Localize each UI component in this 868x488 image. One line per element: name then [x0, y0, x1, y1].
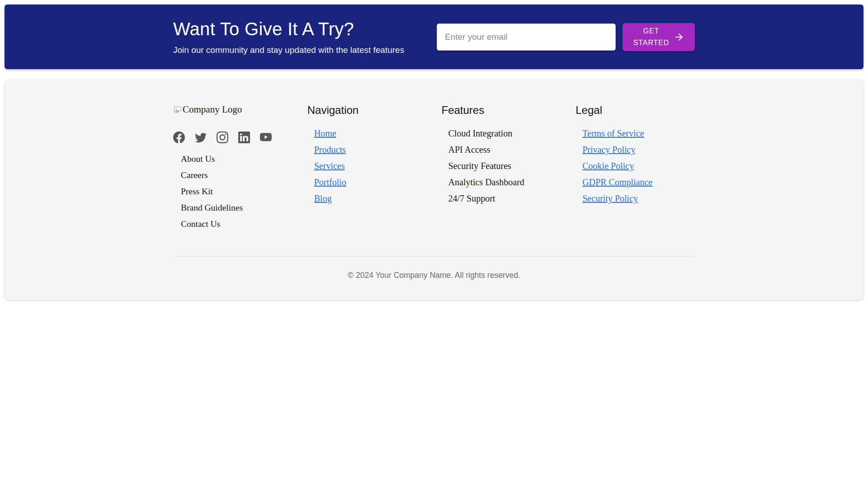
- list-item: Portfolio: [314, 177, 427, 188]
- feature-security-features: Security Features: [448, 161, 561, 171]
- features-column-title: Features: [442, 104, 561, 117]
- instagram-icon: [217, 131, 228, 143]
- broken-image-icon: [173, 105, 182, 114]
- cookie-policy-link[interactable]: Cookie Policy: [582, 161, 634, 171]
- company-column: Company Logo: [173, 104, 292, 235]
- list-item: Press Kit: [181, 187, 292, 197]
- blog-link[interactable]: Blog: [314, 193, 332, 203]
- list-item: Blog: [314, 193, 427, 204]
- list-item: Home: [314, 128, 427, 139]
- footer-content: Company Logo: [173, 80, 695, 300]
- feature-support: 24/7 Support: [448, 193, 561, 204]
- company-links-list: About Us Careers Press Kit Brand Guideli…: [173, 154, 292, 229]
- list-item: Products: [314, 145, 427, 155]
- twitter-icon: [195, 131, 207, 143]
- legal-links-list: Terms of Service Privacy Policy Cookie P…: [576, 128, 695, 204]
- careers-link[interactable]: Careers: [181, 170, 208, 180]
- terms-of-service-link[interactable]: Terms of Service: [582, 128, 644, 138]
- facebook-icon: [173, 131, 185, 143]
- cta-title: Want To Give It A Try?: [173, 19, 404, 39]
- feature-cloud-integration: Cloud Integration: [448, 128, 561, 139]
- footer-columns: Company Logo: [173, 104, 695, 235]
- products-link[interactable]: Products: [314, 145, 346, 155]
- list-item: Cookie Policy: [582, 161, 695, 171]
- instagram-link[interactable]: [217, 131, 228, 143]
- cta-text-block: Want To Give It A Try? Join our communit…: [173, 19, 404, 55]
- feature-api-access: API Access: [448, 145, 561, 155]
- list-item: Careers: [181, 170, 292, 180]
- company-logo-alt-text: Company Logo: [183, 104, 242, 115]
- twitter-link[interactable]: [195, 131, 207, 143]
- navigation-column: Navigation Home Products Services Portfo…: [307, 104, 427, 235]
- linkedin-link[interactable]: [238, 131, 250, 143]
- list-item: About Us: [181, 154, 292, 164]
- navigation-links-list: Home Products Services Portfolio Blog: [307, 128, 427, 204]
- arrow-right-icon: [674, 32, 684, 42]
- contact-us-link[interactable]: Contact Us: [181, 219, 220, 229]
- social-links: [173, 131, 292, 143]
- services-link[interactable]: Services: [314, 161, 345, 171]
- about-us-link[interactable]: About Us: [181, 154, 215, 164]
- home-link[interactable]: Home: [314, 128, 336, 138]
- press-kit-link[interactable]: Press Kit: [181, 187, 213, 196]
- legal-column: Legal Terms of Service Privacy Policy Co…: [576, 104, 695, 235]
- list-item: Contact Us: [181, 219, 292, 229]
- portfolio-link[interactable]: Portfolio: [314, 177, 346, 187]
- navigation-column-title: Navigation: [307, 104, 427, 117]
- security-policy-link[interactable]: Security Policy: [582, 193, 638, 203]
- facebook-link[interactable]: [173, 131, 185, 143]
- company-logo: Company Logo: [173, 104, 242, 115]
- cta-subtitle: Join our community and stay updated with…: [173, 45, 404, 55]
- get-started-button[interactable]: GET STARTED: [623, 23, 695, 51]
- youtube-link[interactable]: [260, 131, 272, 143]
- list-item: Security Policy: [582, 193, 695, 204]
- email-input[interactable]: [437, 23, 616, 51]
- get-started-label: GET STARTED: [633, 25, 670, 49]
- features-list: Cloud Integration API Access Security Fe…: [442, 128, 561, 204]
- newsletter-form: GET STARTED: [437, 23, 695, 51]
- copyright-text: © 2024 Your Company Name. All rights res…: [173, 271, 695, 280]
- cta-content: Want To Give It A Try? Join our communit…: [173, 19, 695, 55]
- linkedin-icon: [238, 131, 250, 143]
- privacy-policy-link[interactable]: Privacy Policy: [582, 145, 635, 155]
- features-column: Features Cloud Integration API Access Se…: [442, 104, 561, 235]
- list-item: GDPR Compliance: [582, 177, 695, 188]
- brand-guidelines-link[interactable]: Brand Guidelines: [181, 203, 243, 212]
- list-item: Privacy Policy: [582, 145, 695, 155]
- feature-analytics-dashboard: Analytics Dashboard: [448, 177, 561, 188]
- footer: Company Logo: [5, 80, 863, 300]
- cta-banner: Want To Give It A Try? Join our communit…: [5, 5, 863, 69]
- gdpr-compliance-link[interactable]: GDPR Compliance: [582, 177, 652, 187]
- youtube-icon: [260, 131, 272, 143]
- list-item: Services: [314, 161, 427, 171]
- legal-column-title: Legal: [576, 104, 695, 117]
- list-item: Brand Guidelines: [181, 203, 292, 213]
- list-item: Terms of Service: [582, 128, 695, 139]
- footer-divider: [173, 256, 695, 257]
